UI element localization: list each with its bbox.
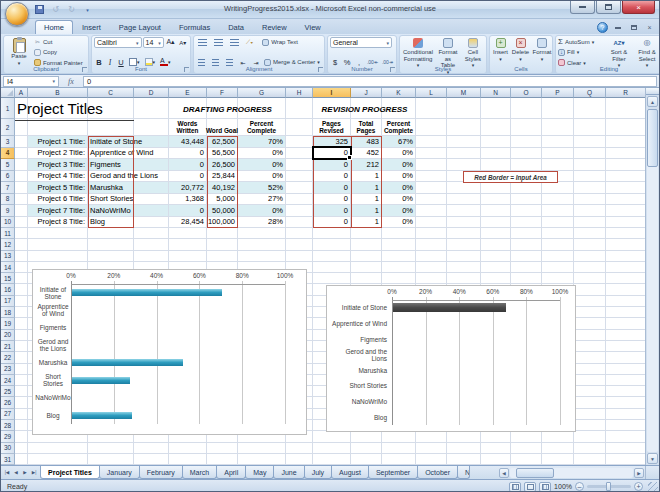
alignment-dialog-launcher[interactable]	[318, 67, 323, 72]
cell-Q8[interactable]	[574, 194, 606, 206]
cell-F8[interactable]: 5,000	[207, 194, 238, 206]
cell-L3[interactable]	[416, 136, 447, 148]
cell-F10[interactable]: 100,000	[207, 217, 238, 229]
cell-A17[interactable]	[15, 296, 28, 307]
cell-R25[interactable]	[606, 386, 646, 397]
cell-G12[interactable]	[238, 239, 286, 250]
cell-C12[interactable]	[88, 239, 134, 250]
cell-K3[interactable]: 67%	[382, 136, 416, 148]
zoom-out-button[interactable]: –	[575, 482, 584, 491]
cell-O30[interactable]	[511, 443, 542, 454]
cell-C30[interactable]	[88, 443, 134, 454]
cell-A26[interactable]	[15, 397, 28, 408]
cell-G30[interactable]	[238, 443, 286, 454]
cell-D13[interactable]	[134, 251, 169, 262]
cell-I29[interactable]	[313, 431, 351, 442]
cell-A10[interactable]	[15, 217, 28, 229]
row-header-7[interactable]: 7	[1, 182, 15, 194]
cell-O29[interactable]	[511, 431, 542, 442]
cell-H31[interactable]	[286, 454, 313, 465]
sheet-tab-october[interactable]: October	[417, 466, 458, 479]
row-header-6[interactable]: 6	[1, 171, 15, 183]
cell-R18[interactable]	[606, 307, 646, 318]
cell-M10[interactable]	[447, 217, 481, 229]
cell-M29[interactable]	[447, 431, 481, 442]
cell-J29[interactable]	[351, 431, 382, 442]
cell-F12[interactable]	[207, 239, 238, 250]
cell-I11[interactable]	[313, 228, 351, 239]
cell-H2[interactable]	[286, 119, 313, 136]
column-header-F[interactable]: F	[207, 88, 238, 98]
sheet-tab-april[interactable]: April	[216, 466, 246, 479]
cell-F11[interactable]	[207, 228, 238, 239]
zoom-in-button[interactable]: +	[634, 482, 643, 491]
sheet-tab-may[interactable]: May	[245, 466, 274, 479]
cell-Q31[interactable]	[574, 454, 606, 465]
cell-M15[interactable]	[447, 273, 481, 284]
sort-filter-button[interactable]: AZ▾ Sort & Filter▾	[606, 37, 632, 67]
cell-B8[interactable]: Project 6 Title:	[28, 194, 88, 206]
column-header-N[interactable]: N	[481, 88, 511, 98]
cell-D31[interactable]	[134, 454, 169, 465]
cell-A19[interactable]	[15, 318, 28, 329]
cell-L7[interactable]	[416, 182, 447, 194]
tab-formulas[interactable]: Formulas	[170, 20, 219, 34]
cell-R13[interactable]	[606, 251, 646, 262]
cell-I12[interactable]	[313, 239, 351, 250]
cell-K8[interactable]: 0%	[382, 194, 416, 206]
cell-L2[interactable]	[416, 119, 447, 136]
cell-E3[interactable]: 43,448	[169, 136, 207, 148]
row-header-14[interactable]: 14	[1, 262, 15, 273]
cell-I15[interactable]	[313, 273, 351, 284]
cell-B13[interactable]	[28, 251, 88, 262]
autosum-button[interactable]: ΣAutoSum▾	[558, 37, 604, 46]
cell-D5[interactable]	[134, 159, 169, 171]
horizontal-scroll-track[interactable]	[510, 468, 633, 478]
row-header-9[interactable]: 9	[1, 205, 15, 217]
cell-O15[interactable]	[511, 273, 542, 284]
cell-H12[interactable]	[286, 239, 313, 250]
cell-Q15[interactable]	[574, 273, 606, 284]
cell-O3[interactable]	[511, 136, 542, 148]
cell-M14[interactable]	[447, 262, 481, 273]
cell-I10[interactable]: 0	[313, 217, 351, 229]
cell-D11[interactable]	[134, 228, 169, 239]
cell-F7[interactable]: 40,192	[207, 182, 238, 194]
cell-I14[interactable]	[313, 262, 351, 273]
cell-Q28[interactable]	[574, 420, 606, 431]
cell-N9[interactable]	[481, 205, 511, 217]
cell-K15[interactable]	[382, 273, 416, 284]
fill-button[interactable]: ↓Fill▾	[558, 48, 604, 57]
cell-A23[interactable]	[15, 364, 28, 375]
cell-M1[interactable]	[447, 98, 481, 119]
cell-E2[interactable]: Words Written	[169, 119, 207, 136]
cell-J3[interactable]: 483	[351, 136, 382, 148]
row-header-12[interactable]: 12	[1, 239, 15, 250]
cell-K2[interactable]: Percent Complete	[382, 119, 416, 136]
cell-A13[interactable]	[15, 251, 28, 262]
cell-N11[interactable]	[481, 228, 511, 239]
cell-H4[interactable]	[286, 148, 313, 160]
cell-L5[interactable]	[416, 159, 447, 171]
cell-G13[interactable]	[238, 251, 286, 262]
cell-F31[interactable]	[207, 454, 238, 465]
cell-R29[interactable]	[606, 431, 646, 442]
name-box[interactable]: I4▾	[3, 76, 59, 87]
cell-P4[interactable]	[542, 148, 574, 160]
cell-P29[interactable]	[542, 431, 574, 442]
cell-N4[interactable]	[481, 148, 511, 160]
cell-Q14[interactable]	[574, 262, 606, 273]
row-header-20[interactable]: 20	[1, 330, 15, 341]
cell-B10[interactable]: Project 8 Title:	[28, 217, 88, 229]
cell-P8[interactable]	[542, 194, 574, 206]
cell-C9[interactable]: NaNoWriMo	[88, 205, 134, 217]
column-header-L[interactable]: L	[416, 88, 447, 98]
cell-K14[interactable]	[382, 262, 416, 273]
cell-E12[interactable]	[169, 239, 207, 250]
cell-B5[interactable]: Project 3 Title:	[28, 159, 88, 171]
cell-G6[interactable]: 0%	[238, 171, 286, 183]
scroll-right-button[interactable]: ▶	[634, 468, 644, 478]
cell-J30[interactable]	[351, 443, 382, 454]
cell-Q7[interactable]	[574, 182, 606, 194]
cell-L10[interactable]	[416, 217, 447, 229]
